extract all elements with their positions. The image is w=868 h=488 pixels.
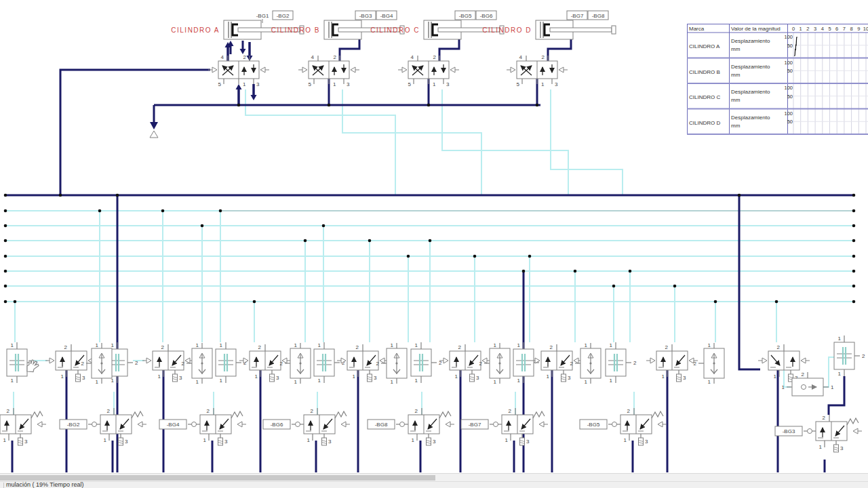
- svg-text:1: 1: [585, 379, 588, 385]
- svg-text:1: 1: [111, 342, 115, 348]
- svg-text:3: 3: [276, 375, 279, 381]
- cylinder-d[interactable]: CILINDRO D-BG7-BG8: [482, 11, 616, 39]
- svg-text:2: 2: [161, 344, 165, 350]
- svg-text:2: 2: [135, 360, 138, 366]
- svg-text:CILINDRO A: CILINDRO A: [171, 26, 220, 34]
- svg-text:3: 3: [645, 439, 648, 445]
- svg-text:CILINDRO D: CILINDRO D: [689, 120, 720, 126]
- svg-text:mm: mm: [731, 72, 741, 78]
- svg-text:2: 2: [243, 54, 247, 60]
- memory-valve[interactable]: 112: [606, 342, 637, 384]
- limit-switch-valve[interactable]: 213: [0, 408, 46, 445]
- limit-valve-label: -BG5: [580, 420, 607, 429]
- svg-text:3: 3: [24, 439, 28, 445]
- svg-text:3: 3: [683, 375, 686, 381]
- memory-valve[interactable]: 112: [513, 342, 545, 384]
- svg-text:4: 4: [411, 54, 414, 60]
- memory-valve[interactable]: 112: [216, 342, 247, 384]
- svg-text:1: 1: [610, 342, 613, 348]
- limit-switch-valve[interactable]: 213-BG4: [159, 408, 246, 445]
- svg-text:3: 3: [433, 439, 436, 445]
- shuttle-valve[interactable]: 112: [182, 342, 212, 385]
- horizontal-scrollbar[interactable]: [0, 473, 868, 481]
- shuttle-valve[interactable]: 112: [479, 342, 510, 385]
- limit-switch-valve[interactable]: 213-BG3: [775, 415, 862, 452]
- svg-text:1: 1: [196, 342, 199, 348]
- svg-text:1: 1: [547, 373, 550, 380]
- svg-text:2: 2: [415, 408, 418, 414]
- valve-3-2[interactable]: 213: [239, 344, 291, 382]
- limit-switch-valve[interactable]: 213-BG6: [263, 408, 350, 445]
- hand-cursor-icon[interactable]: [27, 360, 39, 372]
- fluidsim-canvas: CILINDRO A-BG1-BG2CILINDRO B-BG3-BG4CILI…: [0, 0, 868, 488]
- svg-text:0: 0: [792, 26, 795, 32]
- svg-text:50: 50: [787, 68, 793, 74]
- svg-text:8: 8: [850, 26, 853, 32]
- svg-text:2: 2: [542, 54, 545, 60]
- svg-text:5: 5: [517, 81, 520, 87]
- svg-text:1: 1: [158, 373, 161, 380]
- valve-5-2[interactable]: 42513: [208, 54, 269, 87]
- svg-text:3: 3: [328, 439, 332, 445]
- svg-text:5: 5: [828, 26, 831, 32]
- limit-switch-valve[interactable]: 213-BG7: [461, 408, 548, 445]
- memory-valve[interactable]: 112: [314, 342, 345, 384]
- svg-text:mm: mm: [731, 123, 741, 129]
- cylinder-a[interactable]: CILINDRO A-BG1-BG2: [171, 11, 304, 39]
- memory-valve[interactable]: 112: [834, 336, 865, 377]
- limit-valve-label: -BG3: [775, 426, 802, 436]
- svg-text:CILINDRO B: CILINDRO B: [689, 69, 720, 75]
- scrollbar-thumb[interactable]: [0, 475, 435, 481]
- sensor-labels: -BG3-BG4: [355, 11, 397, 20]
- memory-valve[interactable]: 112: [411, 342, 442, 384]
- svg-text:2: 2: [806, 26, 809, 32]
- valve-3-2[interactable]: 213: [646, 344, 698, 382]
- limit-switch-valve[interactable]: 213-BG5: [580, 408, 667, 445]
- air-supply-icon[interactable]: [150, 122, 158, 138]
- svg-text:2: 2: [356, 344, 359, 350]
- shuttle-valve[interactable]: 112: [280, 342, 311, 385]
- svg-text:1: 1: [11, 342, 14, 348]
- svg-text:2: 2: [81, 361, 85, 367]
- svg-text:-BG6: -BG6: [480, 13, 493, 19]
- valve-5-2[interactable]: 42513: [398, 54, 459, 87]
- svg-text:3: 3: [256, 81, 260, 87]
- svg-text:-BG8: -BG8: [375, 422, 388, 428]
- sensor-labels: -BG5-BG6: [455, 11, 496, 20]
- svg-text:2: 2: [479, 361, 483, 367]
- svg-text:1: 1: [494, 379, 497, 385]
- valve-5-2[interactable]: 42513: [298, 54, 359, 87]
- shuttle-valve[interactable]: 112: [376, 342, 407, 385]
- svg-text:1: 1: [517, 342, 521, 348]
- svg-text:1: 1: [782, 384, 785, 390]
- svg-text:CILINDRO A: CILINDRO A: [689, 43, 720, 49]
- sensor-labels: -BG1-BG2: [256, 11, 293, 23]
- svg-text:2: 2: [665, 344, 669, 350]
- svg-text:2: 2: [802, 371, 805, 378]
- svg-text:-BG2: -BG2: [67, 422, 80, 428]
- svg-text:4: 4: [221, 54, 224, 60]
- svg-text:4: 4: [519, 54, 523, 60]
- limit-valve-label: -BG2: [60, 420, 87, 429]
- valve-5-2[interactable]: 42513: [507, 54, 568, 87]
- svg-text:3: 3: [476, 375, 479, 381]
- svg-text:1: 1: [196, 379, 199, 385]
- svg-text:-BG5: -BG5: [459, 13, 472, 19]
- svg-text:1: 1: [455, 373, 458, 380]
- valve-3-2[interactable]: 213: [439, 344, 491, 382]
- valve-3-2[interactable]: 213: [142, 344, 194, 382]
- shuttle-valve[interactable]: 112: [570, 342, 601, 385]
- svg-text:2: 2: [627, 408, 631, 414]
- svg-text:2: 2: [376, 361, 380, 367]
- shuttle-valve[interactable]: 112: [694, 342, 724, 385]
- svg-text:2: 2: [777, 344, 781, 350]
- limit-switch-valve[interactable]: 213-BG8: [368, 408, 454, 445]
- svg-text:1: 1: [541, 81, 545, 87]
- svg-text:50: 50: [787, 94, 793, 100]
- limit-switch-valve[interactable]: 213-BG2: [60, 408, 146, 445]
- svg-text:-BG3: -BG3: [359, 13, 372, 19]
- svg-text:1: 1: [104, 437, 107, 443]
- svg-text:2: 2: [334, 54, 337, 60]
- svg-text:1: 1: [415, 342, 418, 348]
- svg-text:1: 1: [662, 373, 665, 380]
